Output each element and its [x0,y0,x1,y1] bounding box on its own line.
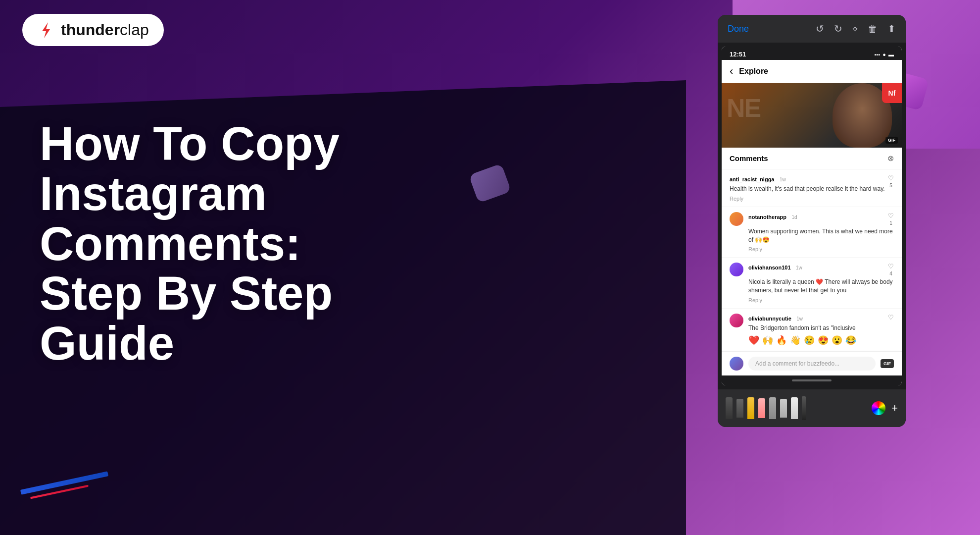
red-accent-label: Nf [888,89,896,97]
headline-line3: Step By Step Guide [40,267,333,370]
like-icon-4: ♡ [888,314,894,321]
like-icon: ♡ [888,174,894,182]
comment-2-avatar [730,212,743,226]
thunderclap-logo-icon [37,21,55,39]
home-indicator [722,375,902,385]
tool-pen-white[interactable] [791,397,798,419]
comment-1-like[interactable]: ♡ 5 [888,174,894,188]
wifi-icon: ● [882,52,886,57]
explore-image: NE Nf GIF [722,83,902,148]
phone-wrapper: Done ↺ ↻ ⌖ 🗑 ⬆ 12:51 [718,15,906,427]
comment-2-meta: notanotherapp 1d [748,212,797,221]
add-comment-avatar [730,357,743,371]
like-icon-2: ♡ [888,212,894,219]
filter-icon[interactable]: ⊗ [887,154,894,163]
phone-screen: 12:51 ▪▪▪ ● ▬ ‹ Explore NE [722,47,902,385]
comment-2-reply[interactable]: Reply [748,246,894,252]
tool-pen-pink[interactable] [758,398,765,418]
comment-2-row: notanotherapp 1d ♡ 1 Women supporting wo… [730,212,894,253]
comment-4-username: oliviabunnycutie [748,316,791,321]
emoji-sad: 😢 [804,335,815,346]
send-icon[interactable]: ⌖ [852,23,858,35]
emoji-hands: 🙌 [762,335,773,346]
explore-image-overlay [722,83,902,148]
comment-4-like[interactable]: ♡ [888,314,894,322]
editor-icons: ↺ ↻ ⌖ 🗑 ⬆ [816,23,896,35]
like-count-3: 4 [889,271,892,276]
comment-3-avatar [730,263,743,276]
comments-header: Comments ⊗ [722,148,902,169]
logo-text-light: clap [120,21,149,39]
comment-1-time: 1w [780,177,786,182]
comment-2-text: Women supporting women. This is what we … [748,227,894,244]
headline: How To Copy Instagram Comments: Step By … [40,119,470,369]
signal-icon: ▪▪▪ [875,52,881,57]
status-time: 12:51 [730,51,746,58]
gif-button[interactable]: GIF [881,359,894,368]
emoji-row: ❤️ 🙌 🔥 👋 😢 😍 😮 😂 [748,335,894,346]
comment-1-content: anti_racist_nigga 1w Health is wealth, i… [730,174,888,202]
tool-pen-2[interactable] [736,399,743,418]
comment-item: oliviahanson101 1w ♡ 4 Nicola is literal… [722,258,902,309]
tool-marker[interactable] [747,397,754,419]
comment-4-meta: oliviabunnycutie 1w [748,314,803,322]
tool-pen-gray[interactable] [769,397,776,419]
back-arrow-icon[interactable]: ‹ [730,65,733,78]
comment-4-row: oliviabunnycutie 1w ♡ The Bridgerton fan… [730,314,894,346]
comment-3-header: oliviahanson101 1w ♡ 4 [748,263,894,276]
explore-title: Explore [739,67,768,76]
add-tool-button[interactable]: + [891,402,898,415]
corner-decoration [20,456,119,495]
color-picker[interactable] [872,401,885,415]
logo-text-bold: thunder [61,21,120,39]
tool-pen-thin[interactable] [802,396,806,420]
comment-1-header: anti_racist_nigga 1w Health is wealth, i… [730,174,894,202]
status-right-icons: ▪▪▪ ● ▬ [875,52,894,57]
trash-icon[interactable]: 🗑 [868,23,878,35]
comment-3-row: oliviahanson101 1w ♡ 4 Nicola is literal… [730,263,894,303]
ios-tools-bar: + [718,389,906,427]
comment-3-meta: oliviahanson101 1w [748,263,802,271]
comment-1-reply[interactable]: Reply [730,196,888,202]
comment-1-username: anti_racist_nigga [730,176,774,182]
tool-pen-1[interactable] [726,397,733,419]
undo-icon[interactable]: ↺ [816,23,824,35]
like-icon-3: ♡ [888,263,894,270]
comment-4-time: 1w [796,316,803,321]
comment-4-content: oliviabunnycutie 1w ♡ The Bridgerton fan… [748,314,894,346]
emoji-fire: 🔥 [776,335,787,346]
comments-title: Comments [730,154,768,162]
comment-3-time: 1w [796,265,802,270]
comment-4-header: oliviabunnycutie 1w ♡ [748,314,894,322]
comment-2-content: notanotherapp 1d ♡ 1 Women supporting wo… [748,212,894,253]
like-count: 5 [889,183,892,188]
redo-icon[interactable]: ↻ [834,23,842,35]
logo-container[interactable]: thunderclap [22,14,164,46]
ios-editor-header: Done ↺ ↻ ⌖ 🗑 ⬆ [718,15,906,43]
comment-3-text: Nicola is literally a queen ❤️ There wil… [748,278,894,295]
battery-icon: ▬ [888,52,894,57]
comment-3-like[interactable]: ♡ 4 [888,263,894,276]
comment-4-avatar [730,314,743,327]
share-icon[interactable]: ⬆ [887,23,896,35]
emoji-laugh: 😂 [845,335,856,346]
explore-bar: ‹ Explore [722,60,902,83]
gif-label: GIF [885,137,898,144]
red-accent: Nf [882,83,902,103]
comments-section: Comments ⊗ anti_racist_nigga 1w Health i… [722,148,902,375]
done-button[interactable]: Done [728,24,749,34]
comment-2-username: notanotherapp [748,214,786,220]
headline-line1: How To Copy [40,117,340,170]
emoji-heart: ❤️ [748,335,759,346]
add-comment-placeholder: Add a comment for buzzfeedo... [755,360,839,367]
page-wrapper: thunderclap How To Copy Instagram Commen… [0,0,980,535]
headline-line2: Instagram Comments: [40,167,301,270]
comment-3-reply[interactable]: Reply [748,297,894,303]
comment-2-like[interactable]: ♡ 1 [888,212,894,226]
emoji-love: 😍 [818,335,829,346]
comment-2-header: notanotherapp 1d ♡ 1 [748,212,894,226]
add-comment-input[interactable]: Add a comment for buzzfeedo... [748,357,876,371]
tool-pen-light[interactable] [780,399,787,418]
comment-4-text: The Bridgerton fandom isn't as "inclusiv… [748,324,894,332]
comment-item: notanotherapp 1d ♡ 1 Women supporting wo… [722,207,902,258]
